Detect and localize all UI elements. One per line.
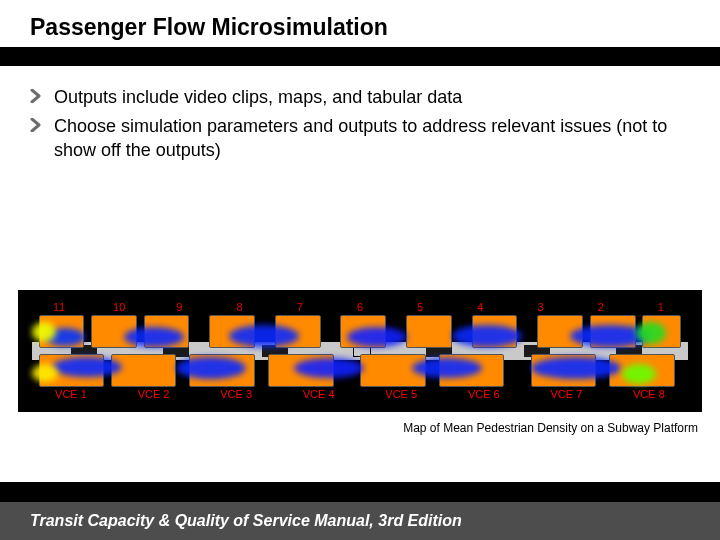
car-number: 11 (32, 302, 86, 313)
title-divider (0, 47, 720, 66)
top-train-rail (32, 315, 688, 348)
vce-label: VCE 1 (32, 389, 110, 400)
footer-bar: Transit Capacity & Quality of Service Ma… (0, 502, 720, 540)
footer-band: Transit Capacity & Quality of Service Ma… (0, 482, 720, 540)
bottom-train-rail (32, 354, 688, 387)
density-map-figure: 11 10 9 8 7 6 5 4 3 2 1 (18, 290, 702, 412)
car-number: 9 (152, 302, 206, 313)
slide-title: Passenger Flow Microsimulation (0, 0, 720, 41)
chevron-icon (30, 89, 44, 103)
car-number: 10 (92, 302, 146, 313)
vce-label: VCE 6 (445, 389, 523, 400)
vce-label: VCE 4 (280, 389, 358, 400)
vce-label: VCE 2 (115, 389, 193, 400)
bullet-text: Choose simulation parameters and outputs… (54, 115, 690, 162)
figure-caption: Map of Mean Pedestrian Density on a Subw… (403, 421, 698, 435)
slide: Passenger Flow Microsimulation Outputs i… (0, 0, 720, 540)
bullet-item: Outputs include video clips, maps, and t… (30, 86, 690, 109)
car-number: 3 (514, 302, 568, 313)
car-number: 1 (634, 302, 688, 313)
chevron-icon (30, 118, 44, 132)
vce-label: VCE 3 (197, 389, 275, 400)
car-number: 5 (393, 302, 447, 313)
bullet-list: Outputs include video clips, maps, and t… (30, 86, 690, 168)
vce-label: VCE 5 (362, 389, 440, 400)
bullet-text: Outputs include video clips, maps, and t… (54, 86, 462, 109)
car-number: 2 (574, 302, 628, 313)
footer-text: Transit Capacity & Quality of Service Ma… (0, 512, 462, 530)
car-number: 6 (333, 302, 387, 313)
title-band: Passenger Flow Microsimulation (0, 0, 720, 66)
car-number: 8 (213, 302, 267, 313)
figure-top-labels: 11 10 9 8 7 6 5 4 3 2 1 (32, 302, 688, 313)
figure-bottom-labels: VCE 1 VCE 2 VCE 3 VCE 4 VCE 5 VCE 6 VCE … (32, 389, 688, 400)
platform-visualization (32, 315, 688, 387)
car-number: 7 (273, 302, 327, 313)
bullet-item: Choose simulation parameters and outputs… (30, 115, 690, 162)
car-number: 4 (453, 302, 507, 313)
vce-label: VCE 8 (610, 389, 688, 400)
vce-label: VCE 7 (527, 389, 605, 400)
